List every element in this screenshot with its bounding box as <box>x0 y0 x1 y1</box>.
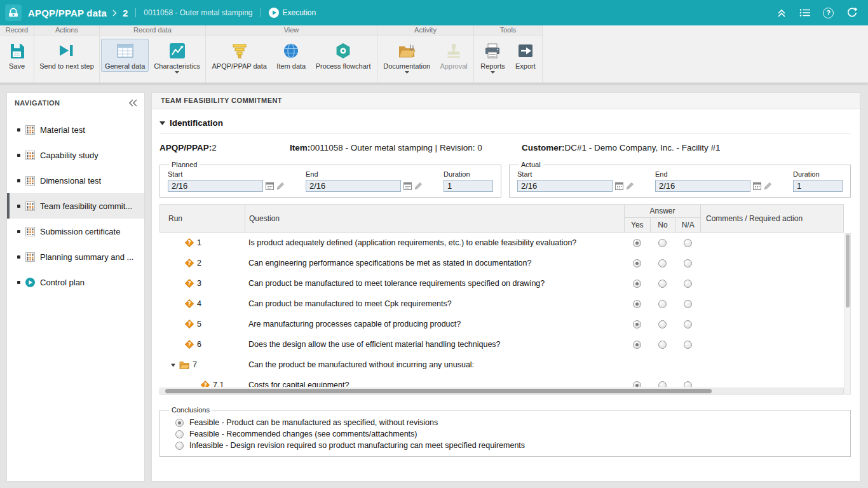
general-data-button[interactable]: General data <box>101 39 149 72</box>
radio-yes[interactable] <box>633 300 641 308</box>
comment-cell[interactable] <box>700 375 844 387</box>
sidebar-item-planning-summary[interactable]: Planning summary and ... <box>7 244 144 269</box>
collapse-ribbon-icon[interactable] <box>775 7 787 19</box>
radio-no[interactable] <box>658 320 667 329</box>
conclusion-radio[interactable] <box>175 442 184 450</box>
question-text: Can product be manufactured to meet tole… <box>245 279 624 288</box>
column-header-run[interactable]: Run <box>160 205 245 232</box>
apqp-data-label: APQP/PPAP data <box>212 62 266 70</box>
conclusion-radio[interactable] <box>175 419 184 427</box>
radio-no[interactable] <box>658 381 667 388</box>
radio-yes[interactable] <box>633 341 641 349</box>
conclusion-option[interactable]: Infeasible - Design revision required so… <box>175 441 843 450</box>
sidebar-item-material-test[interactable]: Material test <box>7 117 144 142</box>
radio-na[interactable] <box>684 239 692 247</box>
bullet-marker <box>17 205 20 208</box>
radio-na[interactable] <box>684 259 692 268</box>
sidebar-item-team-feasibility[interactable]: Team feasibility commit... <box>7 193 144 219</box>
radio-yes[interactable] <box>633 239 641 247</box>
comment-cell[interactable] <box>700 314 844 334</box>
edit-pencil-icon[interactable] <box>276 182 284 190</box>
radio-na[interactable] <box>684 341 692 349</box>
horizontal-scrollbar[interactable] <box>159 388 844 395</box>
planned-end-input[interactable] <box>306 180 401 192</box>
expand-arrow-icon[interactable] <box>170 362 176 368</box>
apqp-ppap-data-button[interactable]: APQP/PPAP data <box>208 39 270 72</box>
column-header-yes[interactable]: Yes <box>625 218 650 232</box>
characteristics-button[interactable]: Characteristics <box>150 39 204 76</box>
ribbon-group-label: Activity <box>377 25 473 36</box>
edit-pencil-icon[interactable] <box>626 182 634 190</box>
help-icon[interactable]: ? <box>822 7 834 19</box>
identification-section-header[interactable]: Identification <box>159 118 851 134</box>
calendar-icon[interactable] <box>753 182 761 190</box>
comment-cell[interactable] <box>700 294 844 314</box>
sidebar-item-dimensional-test[interactable]: Dimensional test <box>7 168 144 193</box>
export-button[interactable]: Export <box>512 39 539 72</box>
answer-header-label[interactable]: Answer <box>625 205 700 218</box>
capability-study-icon <box>25 151 35 160</box>
actual-duration-input[interactable] <box>793 180 843 192</box>
conclusion-option[interactable]: Feasible - Product can be manufactured a… <box>175 418 843 427</box>
edit-pencil-icon[interactable] <box>414 182 422 190</box>
radio-yes[interactable] <box>633 280 641 288</box>
radio-na[interactable] <box>684 381 692 388</box>
table-row: 1 Is product adequately defined (applica… <box>159 233 844 253</box>
comment-cell[interactable] <box>700 273 844 294</box>
sidebar-item-submission-certificate[interactable]: Submission certificate <box>7 219 144 244</box>
refresh-icon[interactable] <box>846 7 858 19</box>
comment-cell[interactable] <box>700 334 844 355</box>
sidebar-item-label: Material test <box>40 125 85 135</box>
vertical-scrollbar-thumb[interactable] <box>846 234 850 308</box>
list-icon[interactable] <box>799 7 811 19</box>
radio-no[interactable] <box>658 280 667 288</box>
calendar-icon[interactable] <box>403 182 412 190</box>
radio-yes[interactable] <box>633 320 641 329</box>
nav-collapse-icon[interactable] <box>129 99 138 107</box>
reports-button[interactable]: Reports <box>477 39 509 76</box>
conclusion-label: Feasible - Product can be manufactured a… <box>189 418 438 427</box>
radio-na[interactable] <box>684 320 692 329</box>
actual-start-input[interactable] <box>517 180 613 192</box>
table-row: 3 Can product be manufactured to meet to… <box>159 273 844 294</box>
planned-duration-field: Duration <box>444 170 493 192</box>
apqp-data-icon <box>230 41 249 60</box>
column-header-question[interactable]: Question <box>245 205 625 232</box>
radio-no[interactable] <box>658 300 667 308</box>
save-button[interactable]: Save <box>4 39 31 72</box>
radio-yes[interactable] <box>633 381 641 388</box>
documentation-button[interactable]: Documentation <box>379 39 434 76</box>
planned-duration-input[interactable] <box>444 180 493 192</box>
radio-no[interactable] <box>658 259 667 268</box>
conclusion-radio[interactable] <box>175 430 184 438</box>
radio-yes[interactable] <box>633 259 641 268</box>
column-header-comments[interactable]: Comments / Required action <box>701 205 843 232</box>
actual-end-input[interactable] <box>655 180 750 192</box>
dimensional-test-icon <box>25 176 35 186</box>
conclusion-option[interactable]: Feasible - Recommended changes (see comm… <box>175 430 843 438</box>
radio-no[interactable] <box>658 239 667 247</box>
sidebar-item-control-plan[interactable]: Control plan <box>7 269 144 295</box>
edit-pencil-icon[interactable] <box>764 182 771 190</box>
question-text: Can the product be manufactured without … <box>245 360 624 369</box>
calendar-icon[interactable] <box>615 182 623 190</box>
send-to-next-step-button[interactable]: Send to next step <box>36 39 98 72</box>
sidebar-item-capability-study[interactable]: Capability study <box>7 142 144 168</box>
comment-cell[interactable] <box>700 233 844 253</box>
process-flowchart-button[interactable]: Process flowchart <box>312 39 375 72</box>
calendar-icon[interactable] <box>266 182 274 190</box>
radio-na[interactable] <box>684 280 692 288</box>
column-header-no[interactable]: No <box>650 218 675 232</box>
vertical-scrollbar[interactable] <box>844 233 851 395</box>
column-header-na[interactable]: N/A <box>675 218 700 232</box>
item-data-button[interactable]: Item data <box>273 39 309 72</box>
horizontal-scrollbar-thumb[interactable] <box>165 389 712 393</box>
planned-start-input[interactable] <box>168 180 263 192</box>
radio-na[interactable] <box>684 300 692 308</box>
sidebar-item-label: Team feasibility commit... <box>40 201 132 211</box>
run-number: 6 <box>197 340 201 349</box>
general-data-icon <box>116 41 135 60</box>
comment-cell[interactable] <box>700 253 844 273</box>
radio-no[interactable] <box>658 341 667 349</box>
table-body: 1 Is product adequately defined (applica… <box>159 233 844 387</box>
